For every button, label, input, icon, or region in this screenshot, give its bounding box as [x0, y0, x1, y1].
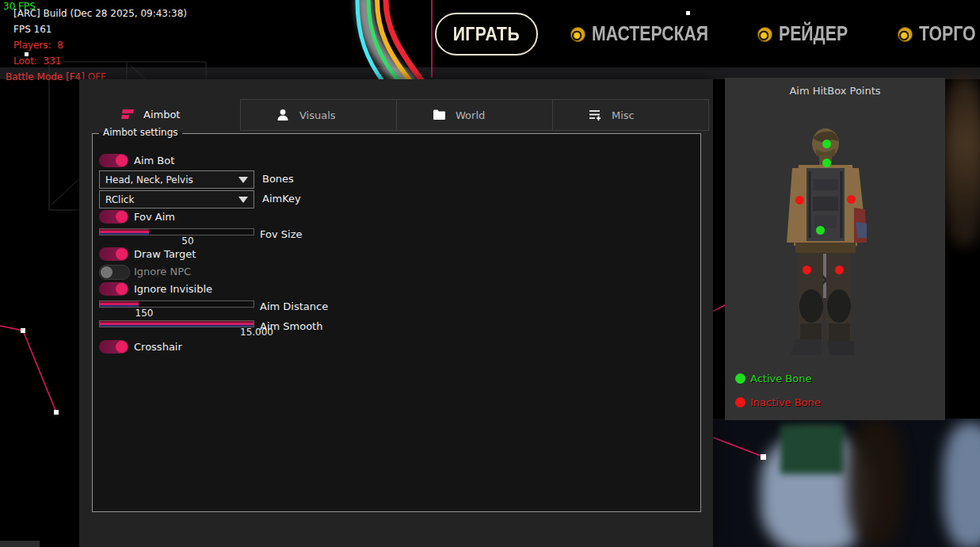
group-title: Aimbot settings: [99, 127, 182, 138]
crosshair-label: Crosshair: [134, 341, 182, 353]
aimkey-dropdown-value: RClick: [105, 194, 134, 205]
nav-item-raider[interactable]: РЕЙДЕР: [779, 22, 848, 45]
ignore-invisible-toggle[interactable]: [99, 282, 128, 296]
draw-target-label: Draw Target: [134, 248, 196, 260]
bones-label: Bones: [262, 173, 294, 185]
esp-dot: [25, 52, 29, 56]
fov-aim-toggle[interactable]: [99, 210, 128, 224]
game-background-scene: [713, 419, 980, 547]
folder-icon: [432, 108, 446, 122]
aim-distance-label: Aim Distance: [260, 300, 328, 312]
aim-bot-label: Aim Bot: [134, 155, 174, 166]
hitbox-point: [822, 159, 831, 167]
aimkey-dropdown[interactable]: RClick: [99, 190, 254, 208]
inactive-bone-dot-icon: [735, 397, 745, 407]
fov-size-slider[interactable]: [99, 228, 254, 235]
aim-smooth-value: 15.000: [233, 327, 280, 338]
play-button[interactable]: ИГРАТЬ: [435, 13, 538, 55]
hitbox-point: [847, 195, 856, 204]
bones-dropdown-value: Head, Neck, Pelvis: [105, 174, 193, 186]
background-rock: [943, 75, 980, 246]
tab-label: World: [456, 109, 485, 121]
playlist-add-icon: [588, 108, 602, 122]
tab-world[interactable]: World: [396, 99, 553, 131]
aim-distance-value: 150: [128, 308, 160, 319]
players-count-text: Players: 8: [13, 40, 63, 51]
background-hotbar-edge: [0, 541, 40, 547]
fov-aim-label: Fov Aim: [134, 211, 175, 223]
chevron-down-icon: [238, 177, 248, 183]
tab-misc[interactable]: Misc: [552, 99, 709, 131]
active-bone-dot-icon: [735, 373, 745, 384]
coin-icon: [570, 27, 585, 42]
loot-count-text: Loot: 331: [13, 55, 61, 67]
screen: 30 FPS [ARC] Build (Dec 28 2025, 09:43:3…: [0, 0, 980, 547]
chevron-down-icon: [238, 197, 248, 203]
pistol-icon: [120, 107, 134, 121]
legend-inactive-bone: Inactive Bone: [735, 396, 821, 408]
hitbox-point: [822, 140, 831, 148]
tab-aimbot[interactable]: Aimbot: [85, 99, 240, 129]
nav-item-workshop[interactable]: МАСТЕРСКАЯ: [592, 22, 708, 45]
tab-label: Misc: [612, 109, 635, 121]
esp-dot: [686, 11, 690, 15]
aimbot-settings-group: Aimbot settings Aim Bot Head, Neck, Pelv…: [92, 133, 701, 512]
nav-item-trade[interactable]: ТОРГО: [919, 22, 975, 45]
coin-icon: [757, 27, 772, 42]
person-icon: [276, 108, 290, 122]
draw-target-toggle[interactable]: [99, 247, 128, 261]
active-bone-label: Active Bone: [750, 373, 811, 384]
cheat-menu-panel: Aimbot Visuals World: [79, 79, 713, 547]
hitbox-points-layer: [725, 78, 945, 420]
hitbox-point: [803, 266, 811, 274]
coin-icon: [898, 27, 913, 42]
ignore-npc-toggle[interactable]: [99, 265, 130, 280]
play-button-label: ИГРАТЬ: [453, 23, 520, 45]
fov-size-value: 50: [172, 235, 204, 247]
hitbox-point: [835, 266, 844, 274]
tab-label: Aimbot: [143, 109, 180, 120]
ignore-npc-label: Ignore NPC: [134, 266, 191, 277]
fps-text: FPS 161: [13, 24, 51, 35]
aim-distance-slider[interactable]: [99, 300, 254, 308]
bones-dropdown[interactable]: Head, Neck, Pelvis: [99, 170, 254, 189]
aim-smooth-slider[interactable]: [99, 320, 254, 327]
legend-active-bone: Active Bone: [735, 373, 811, 384]
aim-bot-toggle[interactable]: [99, 154, 128, 167]
fov-size-label: Fov Size: [260, 228, 302, 240]
inactive-bone-label: Inactive Bone: [750, 396, 821, 408]
aimkey-label: AimKey: [262, 193, 301, 205]
rainbow-neon-sign: [329, 0, 436, 83]
hitbox-panel: Aim HitBox Points: [725, 78, 945, 420]
crosshair-toggle[interactable]: [99, 340, 128, 354]
tab-label: Visuals: [299, 109, 336, 121]
ignore-invisible-label: Ignore Invisible: [134, 283, 212, 295]
tab-visuals[interactable]: Visuals: [240, 99, 397, 131]
hitbox-point: [816, 226, 825, 235]
build-text: [ARC] Build (Dec 28 2025, 09:43:38): [13, 8, 187, 19]
hitbox-point: [795, 196, 804, 205]
